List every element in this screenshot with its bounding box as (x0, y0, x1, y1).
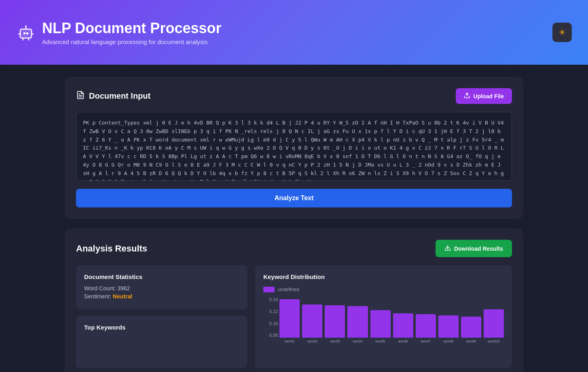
bar-chart-wrapper: 0.14 0.12 0.10 0.08 (263, 297, 504, 343)
main-content: Document Input Upload File PK p Content_… (0, 65, 588, 372)
analyze-text-button[interactable]: Analyze Text (76, 189, 512, 207)
bar-7 (416, 314, 436, 338)
document-textarea[interactable]: PK p Content_Types xml j 0 E J e h 4vD B… (76, 112, 512, 181)
bar-4 (347, 306, 368, 338)
upload-file-button[interactable]: Upload File (456, 88, 512, 104)
svg-rect-0 (20, 29, 32, 38)
legend-label: undefined (278, 287, 299, 292)
app-subtitle: Advanced natural language processing for… (42, 38, 221, 45)
y-label-bottom: 0.08 (263, 333, 278, 338)
header-title-group: NLP Document Processor Advanced natural … (42, 19, 221, 45)
sentiment: Sentiment: Neutral (84, 293, 239, 300)
y-label-2: 0.12 (263, 309, 278, 314)
document-input-card: Document Input Upload File PK p Content_… (65, 77, 523, 219)
download-results-button[interactable]: Download Results (436, 240, 512, 257)
x-label-2: word2 (302, 339, 322, 343)
document-input-header: Document Input Upload File (76, 88, 512, 104)
app-header: NLP Document Processor Advanced natural … (0, 0, 588, 65)
analysis-results-title: Analysis Results (76, 243, 147, 254)
bar-6 (393, 313, 413, 338)
bar-10 (484, 309, 504, 338)
x-axis-labels: word1 word2 word3 word4 word5 word6 word… (263, 339, 504, 343)
bar-9 (461, 317, 481, 338)
x-label-7: word7 (416, 339, 436, 343)
x-label-6: word6 (393, 339, 413, 343)
keywords-content (84, 336, 239, 360)
y-label-top: 0.14 (263, 297, 278, 302)
bar-3 (325, 305, 345, 338)
results-left: Document Statistics Word Count: 3962 Sen… (76, 265, 247, 368)
analysis-results-header: Analysis Results Download Results (76, 240, 512, 257)
svg-point-4 (25, 25, 27, 27)
x-label-9: word9 (461, 339, 481, 343)
x-label-10: word10 (484, 339, 504, 343)
theme-toggle-button[interactable]: ☀ (552, 23, 572, 42)
svg-rect-2 (26, 32, 28, 34)
results-grid: Document Statistics Word Count: 3962 Sen… (76, 265, 512, 368)
word-count: Word Count: 3962 (84, 285, 239, 292)
x-label-4: word4 (347, 339, 368, 343)
legend-color-box (263, 287, 275, 292)
bar-5 (370, 310, 391, 338)
robot-icon (16, 23, 36, 42)
document-statistics-title: Document Statistics (84, 273, 239, 280)
svg-rect-1 (23, 32, 25, 34)
top-keywords-title: Top Keywords (84, 324, 239, 331)
document-input-title: Document Input (76, 91, 150, 101)
x-label-5: word5 (370, 339, 391, 343)
x-label-1: word1 (279, 339, 300, 343)
upload-icon (464, 92, 470, 100)
bar-2 (302, 304, 322, 338)
bar-8 (438, 315, 459, 338)
sentiment-value: Neutral (113, 293, 132, 300)
document-statistics-card: Document Statistics Word Count: 3962 Sen… (76, 265, 247, 309)
top-keywords-card: Top Keywords (76, 316, 247, 368)
bar-1 (279, 299, 300, 338)
analysis-results-card: Analysis Results Download Results Docume… (65, 228, 523, 372)
header-left: NLP Document Processor Advanced natural … (16, 19, 221, 45)
bars-container: 0.14 0.12 0.10 0.08 (263, 297, 504, 338)
chart-legend: undefined (263, 287, 504, 292)
x-label-8: word8 (438, 339, 459, 343)
keyword-distribution-title: Keyword Distribution (263, 273, 504, 280)
y-label-3: 0.10 (263, 321, 278, 326)
sun-icon: ☀ (558, 27, 566, 37)
y-axis-labels: 0.14 0.12 0.10 0.08 (263, 297, 278, 338)
x-label-3: word3 (325, 339, 345, 343)
document-icon (76, 91, 85, 101)
app-title: NLP Document Processor (42, 19, 221, 37)
download-icon (444, 245, 451, 252)
keyword-distribution-card: Keyword Distribution undefined 0.14 0.12… (255, 265, 512, 368)
